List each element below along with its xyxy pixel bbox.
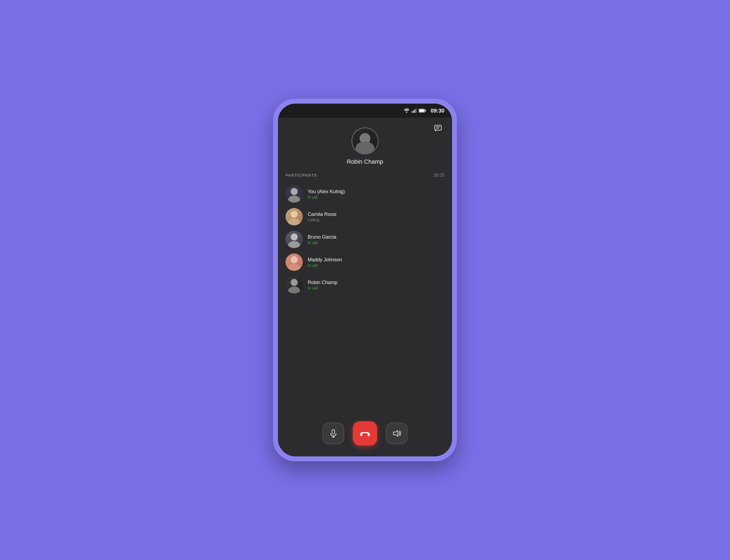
participant-item-maddy: Maddy Johnson In call xyxy=(286,251,444,274)
participant-avatar-maddy xyxy=(286,253,303,271)
participant-info-bruno: Bruno Garcia In call xyxy=(308,234,444,245)
participant-status-robin: In call xyxy=(308,286,444,290)
call-timer: 20:25 xyxy=(434,173,444,178)
svg-rect-8 xyxy=(435,125,441,130)
svg-rect-2 xyxy=(413,110,414,113)
participants-section: PARTICIPANTS 20:25 You (Alex Kulnig) In … xyxy=(278,172,452,415)
participant-status-bruno: In call xyxy=(308,241,444,245)
caller-header: Robin Champ xyxy=(278,118,452,172)
svg-rect-15 xyxy=(367,434,370,436)
signal-icon xyxy=(412,108,416,113)
microphone-icon xyxy=(329,429,338,438)
end-call-icon xyxy=(360,431,370,436)
mute-button[interactable] xyxy=(323,423,344,444)
participant-info-maddy: Maddy Johnson In call xyxy=(308,257,444,268)
end-call-button[interactable] xyxy=(353,421,377,446)
participant-info-camila: Camila Rossi Calling xyxy=(308,212,444,222)
status-bar: 09:30 xyxy=(278,104,452,118)
svg-point-0 xyxy=(406,112,407,113)
participant-item-bruno: Bruno Garcia In call xyxy=(286,228,444,251)
participants-label: PARTICIPANTS xyxy=(286,173,317,177)
participant-item-alex: You (Alex Kulnig) In call xyxy=(286,183,444,205)
bottom-controls xyxy=(278,415,452,456)
svg-rect-3 xyxy=(414,109,415,113)
battery-icon xyxy=(419,109,426,113)
participant-status-camila: Calling xyxy=(308,218,444,222)
speaker-icon xyxy=(392,429,401,438)
status-icons: 09:30 xyxy=(404,108,444,114)
svg-rect-7 xyxy=(419,110,424,112)
chat-icon-button[interactable] xyxy=(431,122,444,135)
svg-rect-11 xyxy=(332,430,335,434)
participant-info-alex: You (Alex Kulnig) In call xyxy=(308,189,444,199)
participant-name-alex: You (Alex Kulnig) xyxy=(308,189,444,195)
speaker-button[interactable] xyxy=(386,423,407,444)
phone-frame: 09:30 Robin Champ PARTICIPANTS 20:25 xyxy=(273,99,457,461)
participant-name-bruno: Bruno Garcia xyxy=(308,234,444,240)
participant-avatar-robin xyxy=(286,276,303,294)
phone-screen: 09:30 Robin Champ PARTICIPANTS 20:25 xyxy=(278,104,452,456)
svg-rect-4 xyxy=(416,108,416,113)
svg-rect-14 xyxy=(360,434,363,436)
status-time: 09:30 xyxy=(431,108,444,114)
participant-item-robin: Robin Champ In call xyxy=(286,274,444,296)
participant-status-maddy: In call xyxy=(308,263,444,268)
participant-info-robin: Robin Champ In call xyxy=(308,280,444,290)
caller-avatar xyxy=(352,127,378,154)
svg-marker-16 xyxy=(393,430,398,436)
participants-header: PARTICIPANTS 20:25 xyxy=(286,172,444,178)
participant-status-alex: In call xyxy=(308,195,444,199)
caller-name: Robin Champ xyxy=(347,158,383,165)
chat-icon xyxy=(434,124,442,133)
participant-name-maddy: Maddy Johnson xyxy=(308,257,444,263)
participant-name-camila: Camila Rossi xyxy=(308,212,444,217)
wifi-icon xyxy=(404,108,409,113)
participant-avatar-bruno xyxy=(286,231,303,248)
participant-avatar-alex xyxy=(286,185,303,203)
participants-list: You (Alex Kulnig) In call Camila Rossi C… xyxy=(286,183,444,296)
participant-item-camila: Camila Rossi Calling xyxy=(286,205,444,228)
participant-name-robin: Robin Champ xyxy=(308,280,444,285)
svg-rect-6 xyxy=(425,110,426,111)
svg-rect-1 xyxy=(412,111,412,113)
participant-avatar-camila xyxy=(286,208,303,225)
